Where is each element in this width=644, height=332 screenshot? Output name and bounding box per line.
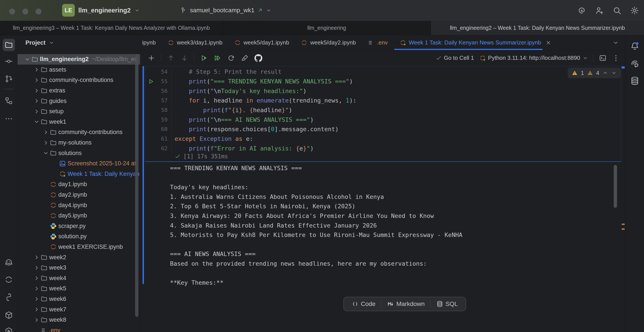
cell-type-code-button[interactable]: Code — [346, 301, 381, 308]
window-tab[interactable]: llm_engineering — [223, 21, 430, 35]
tree-item-week3[interactable]: week3 — [18, 263, 140, 273]
tree-item--env[interactable]: .env — [18, 325, 140, 332]
previous-warning-chevron-icon[interactable] — [602, 70, 608, 76]
tree-item-day2-ipynb[interactable]: day2.ipynb — [18, 190, 140, 200]
sidebar-item-huggingface[interactable] — [3, 256, 15, 269]
chevron-right-icon[interactable] — [33, 306, 40, 313]
chevron-right-icon[interactable] — [42, 140, 50, 146]
chevron-right-icon[interactable] — [33, 285, 40, 292]
run-all-icon[interactable] — [214, 54, 222, 62]
tree-item-week1[interactable]: week1 — [18, 117, 140, 127]
sidebar-item-structure[interactable] — [3, 95, 15, 107]
sidebar-item-more[interactable] — [3, 113, 15, 125]
window-tab[interactable]: llm_engineering2 – Week 1 Task: Daily Ke… — [430, 21, 644, 35]
minimize-window-button[interactable] — [22, 8, 28, 14]
notebook-body[interactable]: 54 # Step 5: Print the result55 print("=… — [140, 66, 625, 332]
next-warning-chevron-icon[interactable] — [611, 70, 617, 76]
tree-item-solution-py[interactable]: solution.py — [18, 231, 140, 242]
go-to-cell-button[interactable]: Go to Cell 1 — [436, 54, 474, 61]
chevron-down-icon[interactable] — [24, 56, 31, 63]
jupyter-console-icon[interactable] — [599, 54, 607, 62]
gutter-line-number[interactable]: 54 — [145, 67, 172, 77]
chevron-down-icon[interactable] — [33, 119, 40, 125]
tree-item-setup[interactable]: setup — [18, 106, 140, 117]
tree-item-guides[interactable]: guides — [18, 96, 140, 106]
notifications-bell-icon[interactable] — [630, 41, 640, 51]
settings-gear-icon[interactable] — [630, 6, 639, 15]
chevron-right-icon[interactable] — [33, 87, 40, 94]
chevron-down-icon[interactable] — [42, 150, 50, 156]
tree-item-screenshot-2025-10-24-at[interactable]: Screenshot 2025-10-24 at — [18, 158, 140, 169]
chevron-right-icon[interactable] — [33, 77, 40, 83]
tree-item-community-contributions[interactable]: community-contributions — [18, 75, 140, 85]
tree-item-week2[interactable]: week2 — [18, 252, 140, 263]
interpreter-selector[interactable]: Python 3.11.14: http://localhost:8890 — [479, 54, 588, 61]
cell-type-markdown-button[interactable]: Markdown — [382, 301, 430, 308]
kebab-menu-icon[interactable] — [612, 54, 620, 62]
tree-item-day1-ipynb[interactable]: day1.ipynb — [18, 179, 140, 190]
gutter-line-number[interactable]: 60 — [145, 124, 172, 134]
code-cell[interactable]: 54 # Step 5: Print the result55 print("=… — [145, 66, 621, 162]
inspections-widget[interactable]: 1 4 — [568, 68, 621, 78]
tree-item-week4[interactable]: week4 — [18, 273, 140, 283]
add-user-icon[interactable] — [595, 6, 604, 15]
gutter-line-number[interactable]: 56 — [145, 86, 172, 96]
run-cell-icon[interactable] — [200, 54, 208, 62]
tree-item-llm-engineering2[interactable]: llm_engineering2~/Desktop/llm_en — [18, 54, 140, 65]
editor-tab[interactable]: week3/day1.ipynb — [162, 35, 228, 50]
editor-tab[interactable]: .env — [362, 35, 394, 50]
editor-tab[interactable]: week5/day1.ipynb — [228, 35, 295, 50]
project-tree-scrollbar[interactable] — [135, 54, 138, 317]
tree-item-week7[interactable]: week7 — [18, 304, 140, 315]
vcs-branch-widget[interactable]: samuel_bootcamp_wk1 — [180, 4, 272, 17]
sidebar-item-services[interactable] — [3, 325, 15, 332]
editor-tab[interactable]: ipynb — [140, 35, 162, 50]
sidebar-item-commit[interactable] — [3, 55, 15, 67]
chevron-right-icon[interactable] — [33, 98, 40, 104]
editor-tab[interactable]: Week 1 Task: Daily Kenyan News Summarize… — [394, 35, 557, 50]
gutter-line-number[interactable]: 55 — [145, 77, 172, 86]
github-icon[interactable] — [254, 54, 262, 62]
sidebar-item-python-packages[interactable] — [3, 309, 15, 321]
gutter-line-number[interactable]: 62 — [145, 144, 172, 153]
output-scrollbar[interactable] — [614, 165, 617, 208]
project-switcher[interactable]: LE llm_engineering2 — [62, 4, 140, 17]
gutter-line-number[interactable]: 59 — [145, 115, 172, 124]
chevron-right-icon[interactable] — [33, 108, 40, 115]
project-panel-header[interactable]: Project — [18, 35, 140, 50]
ai-assistant-icon[interactable] — [577, 6, 586, 15]
tree-item-my-solutions[interactable]: my-solutions — [18, 138, 140, 148]
move-up-icon[interactable] — [167, 54, 175, 62]
window-tab[interactable]: llm_engineering3 – Week 1 Task: Kenyan D… — [0, 21, 223, 35]
tree-item-solutions[interactable]: solutions — [18, 148, 140, 158]
clear-outputs-icon[interactable] — [241, 54, 249, 62]
tree-item-day4-ipynb[interactable]: day4.ipynb — [18, 200, 140, 210]
close-icon[interactable] — [546, 40, 551, 45]
tree-item-week6[interactable]: week6 — [18, 294, 140, 304]
maximize-window-button[interactable] — [36, 8, 42, 14]
editor-tab[interactable]: week5/day2.ipynb — [295, 35, 362, 50]
run-line-marker-icon[interactable] — [148, 78, 154, 85]
chevron-right-icon[interactable] — [33, 66, 40, 73]
move-down-icon[interactable] — [180, 54, 188, 62]
hidden-tabs-chevron-icon[interactable] — [612, 39, 619, 46]
sidebar-item-jupyter[interactable] — [3, 274, 15, 286]
gutter-line-number[interactable]: 57 — [145, 96, 172, 105]
tree-item-week-1-task-daily-kenyan[interactable]: Week 1 Task: Daily Kenyan — [18, 169, 140, 179]
tree-item-community-contributions[interactable]: community-contributions — [18, 127, 140, 138]
tree-item-week1-exercise-ipynb[interactable]: week1 EXERCISE.ipynb — [18, 242, 140, 252]
cell-type-sql-button[interactable]: SQL — [430, 301, 464, 308]
tree-item-week5[interactable]: week5 — [18, 283, 140, 294]
chevron-right-icon[interactable] — [33, 265, 40, 271]
tree-item-scraper-py[interactable]: scraper.py — [18, 221, 140, 231]
gutter-line-number[interactable]: 61 — [145, 134, 172, 144]
database-icon[interactable] — [630, 76, 640, 86]
chevron-right-icon[interactable] — [42, 129, 50, 136]
gutter-line-number[interactable]: 58 — [145, 105, 172, 115]
tree-item-assets[interactable]: assets — [18, 65, 140, 75]
sidebar-item-pull-requests[interactable] — [3, 73, 15, 85]
tree-item-extras[interactable]: extras — [18, 85, 140, 96]
search-icon[interactable] — [612, 6, 622, 15]
sidebar-item-python-console[interactable] — [3, 291, 15, 303]
chevron-right-icon[interactable] — [33, 275, 40, 281]
